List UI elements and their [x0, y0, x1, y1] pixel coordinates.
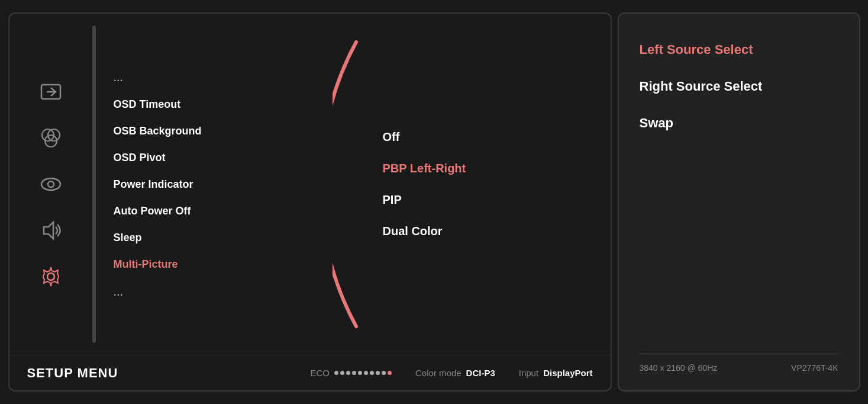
menu-item-osd-timeout[interactable]: OSD Timeout: [108, 92, 318, 117]
right-menu-swap[interactable]: Swap: [640, 111, 838, 136]
option-pbp-left-right[interactable]: PBP Left-Right: [383, 157, 593, 180]
option-dual-color[interactable]: Dual Color: [383, 220, 593, 243]
left-panel: ... OSD Timeout OSB Background OSD Pivot…: [8, 12, 612, 392]
status-bar: SETUP MENU ECO Color mode: [9, 355, 611, 390]
eco-dot-3: [346, 371, 350, 375]
sidebar-item-view[interactable]: [36, 169, 66, 199]
sidebar-item-color[interactable]: [36, 123, 66, 153]
eco-dot-4: [352, 371, 356, 375]
eco-dot-1: [334, 371, 338, 375]
option-pip[interactable]: PIP: [383, 188, 593, 211]
status-input: Input DisplayPort: [519, 368, 593, 378]
menu-item-ellipsis-bottom[interactable]: ...: [108, 279, 318, 304]
eco-dot-5: [358, 371, 362, 375]
options-list: Off PBP Left-Right PIP Dual Color: [365, 14, 611, 355]
option-off[interactable]: Off: [383, 126, 593, 149]
input-value: DisplayPort: [543, 368, 592, 378]
right-footer-model: VP2776T-4K: [791, 363, 838, 373]
eco-label: ECO: [311, 368, 330, 378]
sidebar-item-setup[interactable]: [36, 262, 66, 291]
svg-point-5: [41, 178, 60, 190]
eco-dot-8: [376, 371, 380, 375]
svg-marker-7: [44, 222, 53, 239]
sidebar: [9, 14, 92, 355]
right-menu-right-source-select[interactable]: Right Source Select: [640, 74, 838, 99]
menu-item-osb-background[interactable]: OSB Background: [108, 119, 318, 143]
status-title: SETUP MENU: [27, 365, 118, 381]
eco-dots: [334, 371, 392, 375]
status-eco: ECO: [311, 368, 392, 378]
menu-item-ellipsis-top[interactable]: ...: [108, 65, 318, 90]
right-panel: Left Source Select Right Source Select S…: [618, 12, 860, 392]
status-colormode: Color mode DCI-P3: [415, 368, 495, 378]
right-panel-menu: Left Source Select Right Source Select S…: [640, 31, 838, 354]
curve-separator: [330, 14, 365, 355]
eco-dot-6: [364, 371, 368, 375]
svg-point-6: [48, 181, 54, 187]
right-footer-resolution: 3840 x 2160 @ 60Hz: [640, 363, 718, 373]
sidebar-item-input[interactable]: [36, 77, 66, 107]
menu-item-osd-pivot[interactable]: OSD Pivot: [108, 146, 318, 170]
eco-dot-2: [340, 371, 344, 375]
eco-dot-9: [382, 371, 386, 375]
eco-dot-10: [388, 371, 392, 375]
sidebar-item-audio[interactable]: [36, 216, 66, 245]
menu-item-power-indicator[interactable]: Power Indicator: [108, 172, 318, 197]
right-panel-footer: 3840 x 2160 @ 60Hz VP2776T-4K: [640, 354, 838, 373]
menu-list: ... OSD Timeout OSB Background OSD Pivot…: [96, 14, 330, 355]
right-menu-left-source-select[interactable]: Left Source Select: [640, 37, 838, 62]
menu-item-multi-picture[interactable]: Multi-Picture: [108, 252, 318, 277]
svg-point-8: [47, 273, 54, 280]
eco-dot-7: [370, 371, 374, 375]
color-mode-label: Color mode: [415, 368, 462, 378]
menu-item-auto-power-off[interactable]: Auto Power Off: [108, 199, 318, 223]
color-mode-value: DCI-P3: [466, 368, 495, 378]
menu-item-sleep[interactable]: Sleep: [108, 226, 318, 250]
input-label: Input: [519, 368, 538, 378]
